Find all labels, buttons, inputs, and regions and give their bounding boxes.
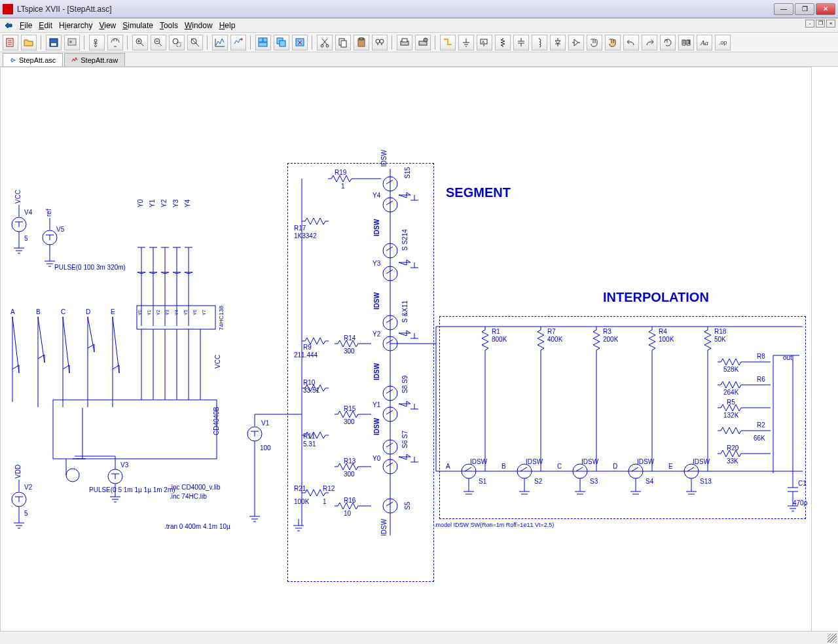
resistor-button[interactable] <box>495 35 511 50</box>
mirror-button[interactable]: EƎ <box>678 35 694 50</box>
add-trace-button[interactable] <box>230 35 246 50</box>
r17-n: R17 <box>294 224 306 232</box>
copy-button[interactable] <box>335 35 351 50</box>
svg-rect-15 <box>280 41 285 46</box>
tab-label: StepAtt.raw <box>81 56 118 64</box>
cascade-windows-button[interactable] <box>274 35 289 50</box>
find-button[interactable] <box>372 35 388 50</box>
move-button[interactable] <box>587 35 602 50</box>
r20-n: R20 <box>727 444 738 452</box>
pin-y3: Y3 <box>165 310 170 315</box>
svg-text:A: A <box>482 40 484 44</box>
r2-v: 66K <box>754 435 765 442</box>
model: .model IDSW SW(Ron=1m Roff=1e11 Vt=2.5) <box>434 522 554 528</box>
tile-windows-button[interactable] <box>255 35 271 50</box>
autorange-button[interactable] <box>212 35 228 50</box>
svg-rect-13 <box>259 43 267 46</box>
net-b: B <box>36 308 41 315</box>
svg-rect-22 <box>359 38 363 40</box>
inductor-button[interactable] <box>532 35 547 50</box>
undo-button[interactable] <box>623 35 639 50</box>
menu-tools[interactable]: Tools <box>160 21 178 30</box>
svg-point-24 <box>380 39 384 43</box>
sw-b: B <box>501 463 506 470</box>
zoom-out-button[interactable] <box>151 35 166 50</box>
print-setup-button[interactable] <box>415 35 431 50</box>
r6-v: 264K <box>723 389 738 396</box>
y4-sw: Y4 <box>373 192 380 199</box>
r8-n: R8 <box>757 353 765 360</box>
paste-button[interactable] <box>354 35 369 50</box>
cut-button[interactable] <box>317 35 333 50</box>
halt-button[interactable] <box>107 35 123 50</box>
zoom-fit-button[interactable] <box>187 35 203 50</box>
new-schematic-button[interactable] <box>3 35 18 50</box>
r18-v: 50K <box>714 336 726 343</box>
tab-schematic[interactable]: StepAtt.asc <box>3 53 63 66</box>
r1-v: 800K <box>492 336 507 343</box>
control-panel-button[interactable] <box>64 35 80 50</box>
menu-hierarchy[interactable]: Hierarchy <box>59 21 92 30</box>
mdi-close[interactable]: × <box>826 20 835 27</box>
v3-val: PULSE(0 5 1m 1µ 1µ 1m 2m) <box>89 486 175 493</box>
spice-directive-button[interactable]: .op <box>715 35 731 50</box>
capacitor-button[interactable] <box>513 35 529 50</box>
menu-window[interactable]: Window <box>185 21 213 30</box>
save-button[interactable] <box>46 35 62 50</box>
run-button[interactable] <box>89 35 105 50</box>
r18-n: R18 <box>714 328 726 335</box>
menu-simulate[interactable]: Simulate <box>122 21 153 30</box>
waveform-icon <box>71 57 78 63</box>
menu-file[interactable]: File <box>20 21 32 30</box>
schematic-canvas[interactable]: SEGMENT INTERPOLATION VCC V4 5 ref V5 PU… <box>0 67 812 636</box>
menu-help[interactable]: Help <box>219 21 236 30</box>
tab-waveform[interactable]: StepAtt.raw <box>64 53 125 66</box>
zoom-area-button[interactable] <box>169 35 185 50</box>
redo-button[interactable] <box>642 35 657 50</box>
y0-sw: Y0 <box>373 455 380 462</box>
ground-button[interactable] <box>458 35 474 50</box>
r16-n: R16 <box>344 497 355 504</box>
idsw-s13: IDSW <box>693 458 710 465</box>
component-button[interactable] <box>568 35 584 50</box>
close-button[interactable]: ✕ <box>816 3 835 15</box>
svg-text:E: E <box>683 40 686 45</box>
close-window-button[interactable] <box>292 35 308 50</box>
r14-v: 300 <box>344 348 355 355</box>
minimize-button[interactable]: — <box>774 3 793 15</box>
s14: S S214 <box>401 229 409 251</box>
open-button[interactable] <box>21 35 37 50</box>
net-out: out <box>783 354 792 361</box>
mdi-minimize[interactable]: - <box>805 20 814 27</box>
rotate-button[interactable] <box>660 35 676 50</box>
diode-button[interactable] <box>550 35 566 50</box>
r16-v: 10 <box>344 510 351 517</box>
inc2: .inc 74HC.lib <box>170 493 207 500</box>
idsw-bot: IDSW <box>380 519 388 536</box>
net-vcc-138: VCC <box>214 355 221 368</box>
print-button[interactable] <box>397 35 412 50</box>
svg-rect-11 <box>259 38 263 42</box>
svg-text:Ǝ: Ǝ <box>687 40 690 45</box>
v5-name: V5 <box>56 226 64 233</box>
resize-grip[interactable] <box>828 634 837 643</box>
drag-button[interactable] <box>605 35 621 50</box>
r19-v: 1 <box>341 183 345 190</box>
menu-edit[interactable]: Edit <box>39 21 52 30</box>
r4-n: R4 <box>659 328 667 335</box>
label-net-button[interactable]: A <box>477 35 492 50</box>
window-title: LTspice XVII - [StepAtt.asc] <box>17 5 774 14</box>
chip-cd4040b: CD4040B <box>213 407 220 435</box>
menu-view[interactable]: View <box>99 21 116 30</box>
wire-button[interactable] <box>440 35 456 50</box>
idsw-mid3: IDSW <box>373 363 380 380</box>
schematic-icon <box>10 57 16 63</box>
text-button[interactable]: Aa <box>697 35 712 50</box>
mdi-restore[interactable]: ❐ <box>816 20 825 27</box>
menu-bar: File Edit Hierarchy View Simulate Tools … <box>0 18 838 33</box>
r6-n: R6 <box>757 376 765 383</box>
maximize-button[interactable]: ❐ <box>795 3 814 15</box>
r3-n: R3 <box>603 328 611 335</box>
zoom-in-button[interactable] <box>132 35 148 50</box>
r15-n: R15 <box>344 405 355 412</box>
